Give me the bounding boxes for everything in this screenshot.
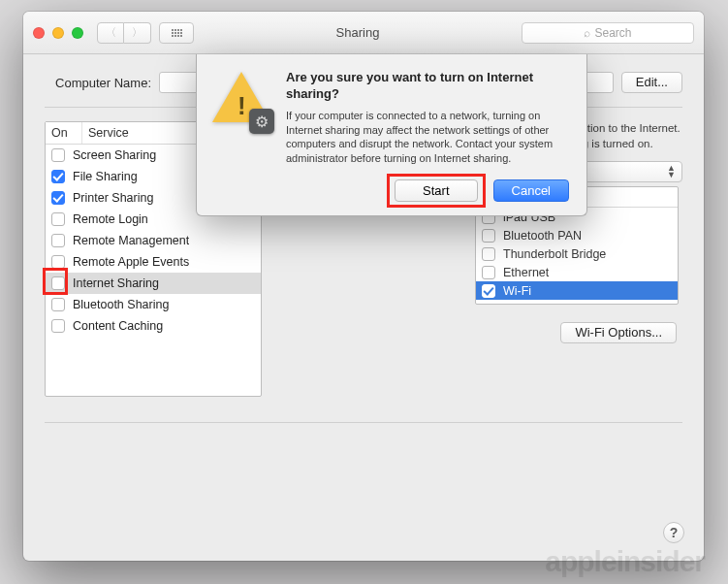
show-all-button[interactable]: [159, 22, 194, 44]
service-label: Remote Login: [73, 212, 148, 226]
port-row-thunderbolt-bridge[interactable]: Thunderbolt Bridge: [476, 244, 678, 263]
search-placeholder: Search: [594, 26, 631, 40]
help-button[interactable]: ?: [663, 522, 684, 543]
minimize-icon[interactable]: [52, 27, 64, 39]
port-label: Bluetooth PAN: [503, 229, 582, 243]
close-icon[interactable]: [33, 27, 45, 39]
checkbox-icon[interactable]: [482, 284, 495, 298]
service-label: Internet Sharing: [73, 276, 159, 290]
checkbox-icon[interactable]: [51, 191, 65, 205]
gear-icon: [249, 109, 274, 134]
zoom-icon[interactable]: [72, 27, 83, 39]
service-row-remote-management[interactable]: Remote Management: [46, 230, 261, 251]
checkbox-icon[interactable]: [51, 319, 65, 333]
divider: [45, 422, 682, 423]
dialog-buttons: Start Cancel: [286, 179, 569, 202]
service-row-remote-apple-events[interactable]: Remote Apple Events: [46, 251, 261, 273]
checkbox-icon[interactable]: [51, 234, 65, 247]
start-button[interactable]: Start: [395, 179, 477, 202]
services-header-on: On: [46, 122, 82, 144]
chevron-up-down-icon: ▲▼: [667, 165, 676, 178]
services-header-service: Service: [82, 122, 135, 144]
back-button[interactable]: 〈: [97, 22, 124, 44]
port-label: Thunderbolt Bridge: [503, 247, 606, 261]
service-row-content-caching[interactable]: Content Caching: [46, 315, 261, 337]
service-label: Remote Management: [73, 234, 189, 247]
cancel-button[interactable]: Cancel: [493, 179, 569, 202]
dialog-heading: Are you sure you want to turn on Interne…: [286, 70, 569, 103]
wifi-options-row: Wi-Fi Options...: [283, 322, 682, 343]
computer-name-label: Computer Name:: [45, 76, 151, 90]
service-label: Bluetooth Sharing: [73, 298, 169, 311]
checkbox-icon[interactable]: [482, 266, 495, 279]
service-label: Remote Apple Events: [73, 255, 189, 269]
edit-button[interactable]: Edit...: [621, 72, 682, 93]
confirm-dialog: ! Are you sure you want to turn on Inter…: [196, 54, 587, 216]
checkbox-icon[interactable]: [51, 255, 65, 269]
dialog-text: If your computer is connected to a netwo…: [286, 109, 569, 166]
service-label: Screen Sharing: [73, 148, 156, 162]
service-label: File Sharing: [73, 170, 138, 183]
port-row-ethernet[interactable]: Ethernet: [476, 263, 678, 281]
checkbox-icon[interactable]: [482, 247, 495, 261]
checkbox-icon[interactable]: [51, 298, 65, 311]
port-label: Ethernet: [503, 266, 549, 279]
service-row-bluetooth-sharing[interactable]: Bluetooth Sharing: [46, 294, 261, 315]
window-title: Sharing: [202, 25, 514, 40]
checkbox-icon[interactable]: [51, 212, 65, 226]
checkbox-icon[interactable]: [51, 148, 65, 162]
service-label: Content Caching: [73, 319, 163, 333]
dialog-body: Are you sure you want to turn on Interne…: [286, 70, 569, 202]
checkbox-icon[interactable]: [51, 170, 65, 183]
warning-icon: !: [210, 70, 272, 132]
wifi-options-button[interactable]: Wi-Fi Options...: [560, 322, 677, 343]
port-row-bluetooth-pan[interactable]: Bluetooth PAN: [476, 226, 678, 244]
search-input[interactable]: ⌕ Search: [522, 22, 694, 44]
port-row-wifi[interactable]: Wi-Fi: [476, 281, 678, 300]
forward-button[interactable]: 〉: [124, 22, 151, 44]
port-label: Wi-Fi: [503, 284, 531, 298]
watermark: appleinsider: [545, 545, 705, 578]
search-icon: ⌕: [584, 26, 590, 40]
checkbox-icon[interactable]: [482, 229, 495, 243]
service-label: Printer Sharing: [73, 191, 153, 205]
window-controls: [33, 27, 83, 39]
help-icon: ?: [670, 525, 679, 540]
highlight-annotation: [387, 174, 485, 208]
sharing-preferences-window: 〈 〉 Sharing ⌕ Search Computer Name: Edit…: [23, 12, 704, 561]
nav-back-forward: 〈 〉: [97, 22, 151, 44]
grid-icon: [172, 29, 182, 37]
window-titlebar: 〈 〉 Sharing ⌕ Search: [23, 12, 704, 54]
checkbox-icon[interactable]: [51, 276, 65, 290]
service-row-internet-sharing[interactable]: Internet Sharing: [46, 273, 261, 294]
